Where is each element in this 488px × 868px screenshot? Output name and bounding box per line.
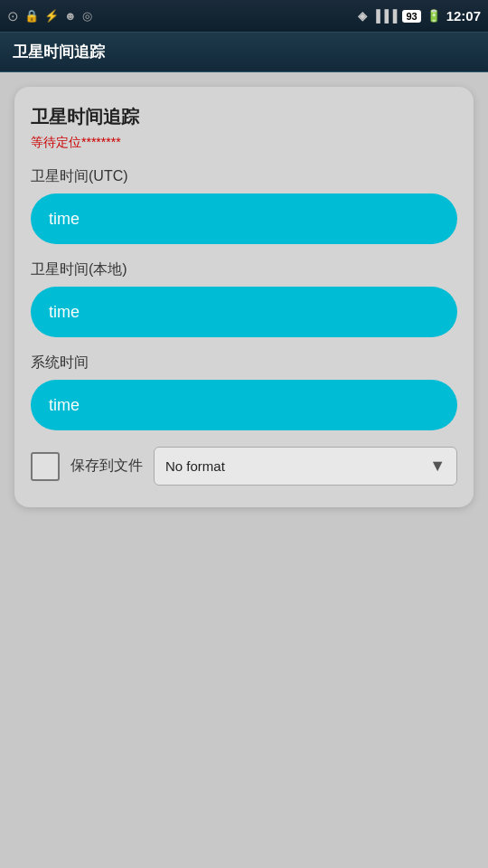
settings-icon: ◎ <box>82 9 92 23</box>
format-selected-value: No format <box>165 458 225 474</box>
status-icons-right: ◈ ▐▐▐ 93 🔋 12:07 <box>358 8 481 24</box>
signal-bars-icon: ▐▐▐ <box>372 9 398 23</box>
utc-time-value: time <box>49 210 80 229</box>
clock-display: 12:07 <box>446 8 481 24</box>
format-dropdown[interactable]: No format ▼ <box>154 447 457 486</box>
waiting-status: 等待定位******** <box>31 135 457 151</box>
system-section-label: 系统时间 <box>31 354 457 373</box>
main-card: 卫星时间追踪 等待定位******** 卫星时间(UTC) time 卫星时间(… <box>14 87 474 507</box>
gps-icon: ⊙ <box>7 8 19 24</box>
lock-icon: 🔒 <box>24 9 39 23</box>
status-bar: ⊙ 🔒 ⚡ ☻ ◎ ◈ ▐▐▐ 93 🔋 12:07 <box>0 0 488 33</box>
status-icons-left: ⊙ 🔒 ⚡ ☻ ◎ <box>7 8 92 24</box>
local-time-value: time <box>49 303 80 322</box>
system-time-display: time <box>31 380 457 430</box>
battery-icon: 🔋 <box>427 9 441 23</box>
local-time-display: time <box>31 287 457 337</box>
card-title: 卫星时间追踪 <box>31 105 457 129</box>
app-title: 卫星时间追踪 <box>13 42 105 62</box>
android-icon: ☻ <box>64 9 77 23</box>
battery-level: 93 <box>402 10 420 23</box>
local-section-label: 卫星时间(本地) <box>31 260 457 279</box>
main-content: 卫星时间追踪 等待定位******** 卫星时间(UTC) time 卫星时间(… <box>0 72 488 868</box>
utc-time-display: time <box>31 193 457 244</box>
save-label: 保存到文件 <box>70 457 143 476</box>
save-row: 保存到文件 No format ▼ <box>31 447 457 486</box>
usb-icon: ⚡ <box>44 9 59 23</box>
system-time-value: time <box>49 396 80 415</box>
app-titlebar: 卫星时间追踪 <box>0 33 488 72</box>
save-checkbox[interactable] <box>31 452 60 481</box>
utc-section-label: 卫星时间(UTC) <box>31 167 457 186</box>
dropdown-arrow-icon: ▼ <box>429 457 446 476</box>
location-icon: ◈ <box>358 9 367 23</box>
